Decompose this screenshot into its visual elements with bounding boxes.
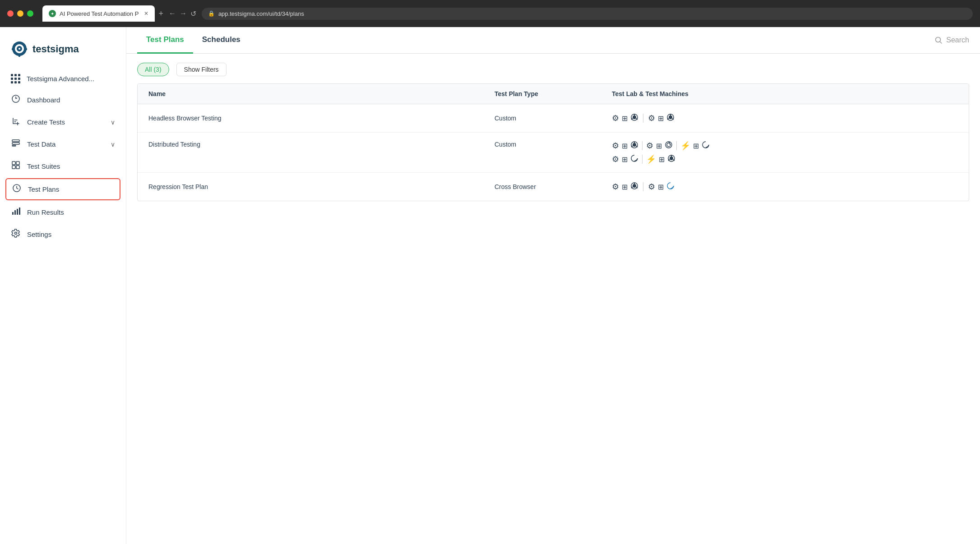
edge-blue-icon: [666, 182, 675, 192]
svg-point-27: [633, 115, 636, 119]
back-button[interactable]: ←: [169, 9, 176, 18]
tab-title: AI Powered Test Automation P: [60, 10, 139, 17]
windows-icon: ⊞: [693, 142, 699, 150]
table-row[interactable]: Regression Test Plan Cross Browser ⚙ ⊞ ⚙…: [138, 173, 969, 201]
svg-point-37: [633, 143, 636, 147]
svg-rect-2: [12, 48, 14, 50]
filter-all-button[interactable]: All (3): [137, 63, 169, 76]
gear-icon: ⚙: [648, 182, 655, 192]
edge-icon: [630, 154, 638, 164]
workspace-label: Testsigma Advanced...: [27, 75, 94, 83]
reload-button[interactable]: ↺: [190, 9, 196, 18]
sidebar-item-test-data[interactable]: Test Data ∨: [0, 133, 126, 155]
svg-point-44: [670, 157, 673, 160]
sidebar-item-label-test-suites: Test Suites: [27, 162, 60, 170]
row-machines: ⚙ ⊞ ⚙ ⊞: [612, 113, 958, 123]
svg-rect-16: [12, 161, 15, 165]
svg-rect-17: [16, 161, 19, 165]
sidebar-item-settings[interactable]: Settings: [0, 223, 126, 245]
chrome-icon: [630, 141, 638, 151]
app-layout: testsigma Testsigma Advanced...: [0, 27, 980, 544]
sidebar-item-label-dashboard: Dashboard: [27, 96, 60, 104]
forward-button[interactable]: →: [180, 9, 187, 18]
content-area: All (3) Show Filters Name Test Plan Type…: [126, 54, 980, 544]
tab-schedules[interactable]: Schedules: [193, 27, 250, 54]
svg-rect-13: [12, 140, 19, 142]
table-row[interactable]: Headless Browser Testing Custom ⚙ ⊞ ⚙ ⊞: [138, 104, 969, 133]
gear-icon: ⚙: [648, 113, 655, 123]
svg-point-42: [666, 142, 672, 148]
sidebar-item-label-test-plans: Test Plans: [28, 185, 59, 193]
windows-icon: ⊞: [658, 114, 664, 123]
chrome-icon: [667, 154, 675, 164]
svg-rect-21: [12, 212, 14, 215]
top-bar: Test Plans Schedules Search: [126, 27, 980, 54]
search-label: Search: [946, 36, 969, 44]
svg-rect-15: [12, 145, 16, 146]
logo-area: testsigma: [0, 36, 126, 69]
gear-icon: ⚙: [612, 154, 619, 164]
svg-rect-1: [18, 55, 20, 57]
windows-icon: ⊞: [659, 155, 665, 164]
url-text: app.testsigma.com/ui/td/34/plans: [218, 10, 304, 17]
svg-rect-19: [16, 166, 19, 169]
sidebar-item-label-settings: Settings: [27, 231, 51, 238]
col-header-machines: Test Lab & Test Machines: [612, 90, 958, 97]
machine-separator: [643, 182, 643, 191]
dashboard-icon: [11, 94, 21, 106]
minimize-button[interactable]: [17, 10, 23, 17]
maximize-button[interactable]: [27, 10, 33, 17]
test-suites-icon: [11, 161, 21, 172]
svg-rect-24: [19, 207, 20, 215]
new-tab-button[interactable]: +: [158, 9, 163, 18]
sidebar-item-test-plans[interactable]: Test Plans: [5, 178, 120, 200]
row-machines: ⚙ ⊞ ⚙ ⊞: [612, 182, 958, 192]
firefox-icon: [665, 141, 673, 151]
row-machines: ⚙ ⊞ ⚙ ⊞ ⚡: [612, 141, 958, 164]
table-row[interactable]: Distributed Testing Custom ⚙ ⊞ ⚙ ⊞: [138, 133, 969, 173]
svg-line-26: [940, 41, 942, 43]
row-name: Regression Test Plan: [148, 183, 495, 190]
create-tests-icon: [11, 116, 21, 128]
bolt-red-icon: ⚡: [646, 154, 656, 164]
gear-icon: ⚙: [612, 141, 619, 151]
active-tab[interactable]: ✦ AI Powered Test Automation P ✕: [42, 5, 155, 22]
windows-icon: ⊞: [658, 183, 664, 191]
run-results-icon: [11, 207, 21, 218]
filter-bar: All (3) Show Filters: [137, 63, 969, 76]
search-area[interactable]: Search: [934, 36, 969, 44]
apps-grid-icon: [11, 74, 20, 83]
tab-favicon: ✦: [49, 10, 56, 17]
row-type: Custom: [495, 141, 612, 148]
machine-separator: [643, 114, 643, 123]
tab-close-button[interactable]: ✕: [144, 10, 148, 17]
sidebar-item-workspace[interactable]: Testsigma Advanced...: [0, 69, 126, 89]
address-bar-container: ← → ↺ 🔒 app.testsigma.com/ui/td/34/plans: [169, 8, 973, 20]
col-header-name: Name: [148, 90, 495, 97]
row-name: Headless Browser Testing: [148, 115, 495, 122]
tab-test-plans[interactable]: Test Plans: [137, 27, 193, 54]
address-bar[interactable]: 🔒 app.testsigma.com/ui/td/34/plans: [202, 8, 973, 20]
windows-icon: ⊞: [622, 155, 628, 164]
sidebar-item-dashboard[interactable]: Dashboard: [0, 89, 126, 111]
test-data-icon: [11, 138, 21, 150]
chrome-icon: [630, 113, 638, 123]
row-type: Cross Browser: [495, 183, 612, 190]
sidebar-item-run-results[interactable]: Run Results: [0, 201, 126, 223]
edge-icon: [702, 141, 710, 151]
sidebar-item-label-test-data: Test Data: [27, 140, 55, 148]
sidebar-item-test-suites[interactable]: Test Suites: [0, 155, 126, 177]
test-data-chevron: ∨: [111, 141, 115, 148]
sidebar-item-create-tests[interactable]: Create Tests ∨: [0, 111, 126, 133]
gear-icon: ⚙: [646, 141, 653, 151]
windows-icon: ⊞: [656, 142, 662, 150]
chrome-icon: [630, 182, 638, 192]
svg-rect-0: [18, 41, 20, 44]
svg-rect-23: [17, 209, 18, 215]
nav-buttons: ← → ↺: [169, 9, 196, 18]
show-filters-button[interactable]: Show Filters: [176, 63, 227, 76]
close-button[interactable]: [7, 10, 14, 17]
windows-icon: ⊞: [622, 142, 628, 150]
sidebar-item-label-run-results: Run Results: [27, 208, 64, 216]
row-type: Custom: [495, 115, 612, 122]
